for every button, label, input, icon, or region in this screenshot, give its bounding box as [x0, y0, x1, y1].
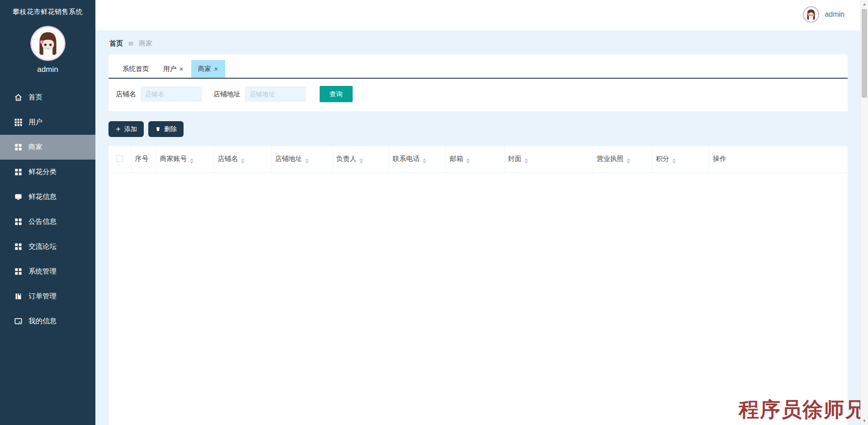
monitor-icon	[14, 193, 23, 202]
sidebar-item-label: 交流论坛	[28, 242, 57, 251]
tabs-search-panel: 系统首页用户✕商家✕ 店铺名 店铺地址 查询	[108, 54, 848, 111]
user-avatar	[31, 26, 65, 61]
grid3-icon	[14, 118, 23, 127]
sort-caret-icon[interactable]	[359, 158, 363, 164]
breadcrumb: 首页 商家	[109, 39, 848, 48]
sort-caret-icon[interactable]	[241, 158, 245, 164]
shop-name-label: 店铺名	[116, 90, 136, 99]
column-header-店铺名[interactable]: 店铺名	[214, 146, 271, 172]
tab-label: 商家	[198, 65, 211, 73]
column-label: 操作	[713, 155, 726, 162]
column-label: 序号	[135, 155, 149, 162]
column-label: 负责人	[336, 155, 357, 162]
tab-商家[interactable]: 商家✕	[191, 60, 225, 78]
column-header-负责人[interactable]: 负责人	[332, 146, 389, 172]
scroll-up-icon[interactable]: ▲	[861, 2, 868, 6]
sidebar-item-system-mgmt[interactable]: 系统管理	[0, 259, 95, 284]
sidebar-item-flower-info[interactable]: 鲜花信息	[0, 184, 95, 209]
sidebar-item-label: 系统管理	[28, 267, 57, 276]
tab-用户[interactable]: 用户✕	[156, 60, 190, 78]
sidebar-item-forum[interactable]: 交流论坛	[0, 234, 95, 259]
trash-icon	[155, 126, 161, 132]
sort-caret-icon[interactable]	[466, 158, 470, 164]
sort-caret-icon[interactable]	[305, 158, 309, 164]
column-header-营业执照[interactable]: 营业执照	[593, 146, 652, 172]
sort-caret-icon[interactable]	[524, 158, 528, 164]
sidebar-item-users[interactable]: 用户	[0, 110, 95, 135]
tab-label: 用户	[163, 65, 176, 73]
shop-name-input[interactable]	[141, 86, 202, 102]
grid2-icon	[14, 242, 23, 251]
sidebar: 攀枝花市鲜花销售系统 admin 首页用户商家鲜花分类鲜花信息公告信息交流论坛系…	[0, 0, 95, 425]
main-area: admin 首页 商家 系统首页用户✕商家✕ 店铺名 店铺地址 查询	[95, 0, 868, 425]
topbar-avatar	[803, 6, 819, 23]
column-header-店铺地址[interactable]: 店铺地址	[271, 146, 332, 172]
sort-caret-icon[interactable]	[190, 158, 193, 164]
column-label: 营业执照	[597, 155, 624, 162]
grid2-icon	[14, 168, 23, 177]
sidebar-menu: 首页用户商家鲜花分类鲜花信息公告信息交流论坛系统管理订单管理我的信息	[0, 85, 95, 334]
home-icon	[14, 93, 23, 102]
grid2-icon	[14, 217, 23, 227]
sidebar-item-label: 公告信息	[28, 217, 57, 227]
topbar-user[interactable]: admin	[803, 6, 844, 23]
tab-系统首页[interactable]: 系统首页	[116, 60, 156, 78]
sidebar-username: admin	[0, 65, 95, 74]
column-header-邮箱[interactable]: 邮箱	[446, 146, 504, 172]
sidebar-item-flower-category[interactable]: 鲜花分类	[0, 160, 95, 184]
select-all-checkbox[interactable]	[116, 155, 123, 162]
shop-address-input[interactable]	[245, 86, 306, 102]
sidebar-item-label: 鲜花信息	[28, 192, 57, 202]
sidebar-item-home[interactable]: 首页	[0, 85, 95, 110]
hamburger-separator-icon	[127, 40, 134, 47]
column-label: 店铺地址	[275, 155, 302, 162]
sidebar-item-merchants[interactable]: 商家	[0, 135, 95, 160]
scroll-down-icon[interactable]: ▼	[861, 419, 868, 423]
topbar-username: admin	[825, 10, 844, 19]
column-label: 封面	[508, 155, 522, 162]
breadcrumb-home[interactable]: 首页	[109, 39, 123, 48]
merchants-table-panel: 序号商家账号店铺名店铺地址负责人联系电话邮箱封面营业执照积分操作	[108, 146, 848, 425]
sidebar-item-order-mgmt[interactable]: 订单管理	[0, 284, 95, 309]
topbar: admin	[95, 0, 868, 30]
sidebar-item-label: 用户	[28, 118, 42, 127]
sort-caret-icon[interactable]	[627, 158, 630, 164]
grid2-icon	[14, 267, 23, 276]
shop-address-label: 店铺地址	[213, 90, 241, 99]
tab-label: 系统首页	[123, 65, 149, 73]
search-form: 店铺名 店铺地址 查询	[108, 79, 848, 111]
app-title: 攀枝花市鲜花销售系统	[0, 0, 95, 16]
card-icon	[14, 317, 23, 326]
sort-caret-icon[interactable]	[423, 158, 426, 164]
column-label: 商家账号	[160, 155, 187, 162]
breadcrumb-current: 商家	[139, 39, 152, 48]
vertical-scrollbar[interactable]: ▲ ▼	[860, 0, 868, 425]
column-header-操作: 操作	[709, 146, 848, 172]
sidebar-item-label: 鲜花分类	[28, 167, 57, 177]
column-label: 积分	[656, 155, 670, 162]
sidebar-item-my-info[interactable]: 我的信息	[0, 309, 95, 334]
column-header-联系电话[interactable]: 联系电话	[389, 146, 446, 172]
sidebar-item-label: 我的信息	[28, 316, 57, 326]
column-header-封面[interactable]: 封面	[504, 146, 593, 172]
sidebar-item-announcements[interactable]: 公告信息	[0, 209, 95, 234]
column-label: 邮箱	[450, 155, 463, 162]
grid2-icon	[14, 143, 23, 152]
book-icon	[14, 292, 23, 301]
column-header-积分[interactable]: 积分	[652, 146, 709, 172]
tab-bar: 系统首页用户✕商家✕	[108, 54, 848, 79]
delete-button[interactable]: 删除	[148, 121, 184, 137]
query-button[interactable]: 查询	[320, 86, 353, 102]
table-header-row: 序号商家账号店铺名店铺地址负责人联系电话邮箱封面营业执照积分操作	[108, 146, 848, 172]
toolbar: 添加 删除	[108, 121, 848, 137]
scrollbar-thumb[interactable]	[862, 9, 867, 98]
sidebar-item-label: 商家	[28, 142, 42, 152]
sidebar-item-label: 首页	[28, 93, 42, 102]
column-header-商家账号[interactable]: 商家账号	[156, 146, 214, 172]
column-label: 店铺名	[218, 155, 238, 162]
close-tab-icon[interactable]: ✕	[179, 66, 184, 72]
close-tab-icon[interactable]: ✕	[214, 66, 218, 72]
avatar-girl-icon	[804, 8, 818, 21]
add-button[interactable]: 添加	[108, 121, 144, 137]
sort-caret-icon[interactable]	[672, 158, 676, 164]
